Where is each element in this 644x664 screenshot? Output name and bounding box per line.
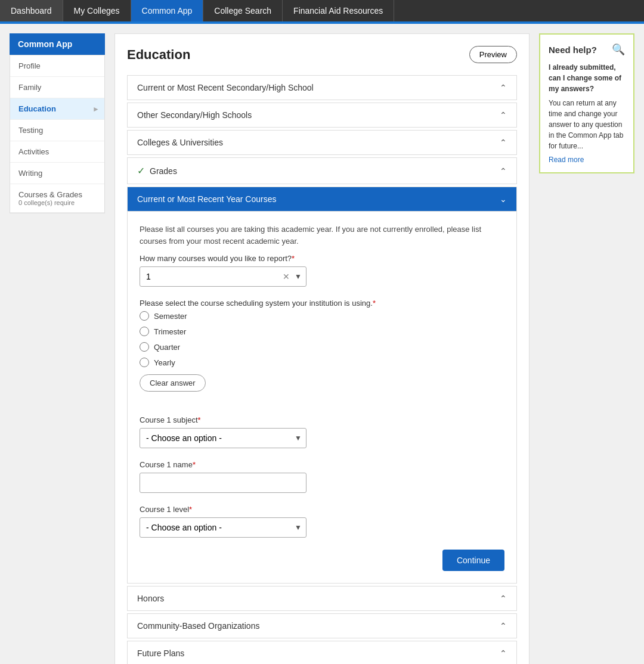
section-cbo-header[interactable]: Community-Based Organizations ⌃ [128, 614, 516, 638]
nav-financial-aid[interactable]: Financial Aid Resources [283, 0, 394, 21]
section-cbo-title: Community-Based Organizations [137, 621, 259, 631]
course1-name-label: Course 1 name* [140, 460, 504, 469]
sidebar-label-activities: Activities [18, 147, 49, 156]
chevron-up-icon-2: ⌃ [500, 110, 507, 120]
preview-button[interactable]: Preview [469, 46, 517, 63]
courses-description: Please list all courses you are taking t… [140, 224, 504, 247]
sidebar-item-activities[interactable]: Activities [10, 141, 104, 163]
course1-level-label: Course 1 level* [140, 505, 504, 514]
radio-quarter-label: Quarter [154, 343, 180, 352]
main-container: Common App Profile Family Education ► Te… [0, 24, 644, 664]
course1-subject-select[interactable]: - Choose an option - [140, 428, 306, 448]
sidebar-label-profile: Profile [18, 61, 41, 70]
help-question: I already submitted, can I change some o… [549, 63, 621, 93]
section-current-secondary: Current or Most Recent Secondary/High Sc… [127, 75, 517, 100]
chevron-up-icon-3: ⌃ [500, 138, 507, 147]
radio-quarter-input[interactable] [140, 342, 149, 352]
main-content: Education Preview Current or Most Recent… [114, 33, 530, 664]
sidebar-label-courses: Courses & Grades [18, 190, 82, 199]
sidebar-item-writing[interactable]: Writing [10, 163, 104, 184]
section-current-secondary-title: Current or Most Recent Secondary/High Sc… [137, 83, 314, 92]
chevron-up-icon-7: ⌃ [500, 649, 507, 658]
section-honors-title: Honors [137, 594, 164, 603]
section-other-secondary-header[interactable]: Other Secondary/High Schools ⌃ [128, 103, 516, 127]
section-honors: Honors ⌃ [127, 586, 517, 611]
section-colleges-title: Colleges & Universities [137, 138, 223, 147]
course1-subject-select-wrap: - Choose an option - ▼ [140, 428, 306, 448]
help-title: Need help? [549, 45, 597, 55]
nav-dashboard[interactable]: Dashboard [0, 0, 63, 21]
chevron-right-icon: ► [92, 105, 100, 113]
section-current-year-courses: Current or Most Recent Year Courses ⌄ Pl… [127, 187, 517, 584]
section-colleges-header[interactable]: Colleges & Universities ⌃ [128, 131, 516, 154]
section-future-plans: Future Plans ⌃ [127, 641, 517, 664]
chevron-up-icon-6: ⌃ [500, 621, 507, 631]
help-box: Need help? 🔍 I already submitted, can I … [539, 33, 634, 173]
section-honors-header[interactable]: Honors ⌃ [128, 587, 516, 610]
chevron-down-icon: ⌄ [500, 194, 507, 204]
course1-level-select[interactable]: - Choose an option - [140, 517, 306, 538]
section-current-secondary-header[interactable]: Current or Most Recent Secondary/High Sc… [128, 76, 516, 100]
section-current-year-courses-title: Current or Most Recent Year Courses [137, 194, 276, 204]
course1-subject-label: Course 1 subject* [140, 415, 504, 424]
section-future-plans-header[interactable]: Future Plans ⌃ [128, 641, 516, 664]
radio-trimester-label: Trimester [154, 327, 186, 336]
radio-yearly-input[interactable] [140, 358, 149, 367]
course1-name-input[interactable] [140, 473, 306, 493]
sidebar-label-education: Education [18, 104, 56, 113]
top-nav: Dashboard My Colleges Common App College… [0, 0, 644, 21]
nav-college-search[interactable]: College Search [203, 0, 283, 21]
nav-common-app[interactable]: Common App [131, 0, 204, 21]
section-future-plans-title: Future Plans [137, 649, 184, 658]
course1-name-group: Course 1 name* [140, 460, 504, 493]
section-grades-title: ✓ Grades [137, 165, 177, 176]
sidebar-item-family[interactable]: Family [10, 77, 104, 98]
continue-row: Continue [140, 550, 504, 571]
grades-label: Grades [150, 166, 177, 176]
continue-button[interactable]: Continue [442, 550, 504, 571]
sidebar-item-education[interactable]: Education ► [10, 98, 104, 120]
scheduling-label: Please select the course scheduling syst… [140, 299, 504, 308]
sidebar-item-testing[interactable]: Testing [10, 120, 104, 141]
sidebar-item-courses[interactable]: Courses & Grades 0 college(s) require [10, 184, 104, 213]
sidebar-label-writing: Writing [18, 169, 42, 178]
courses-count-select-wrap: 1 2 3 4 5 6 7 8 ✕ ▼ [140, 266, 306, 287]
search-icon[interactable]: 🔍 [612, 43, 625, 56]
read-more-link[interactable]: Read more [549, 156, 584, 164]
radio-trimester[interactable]: Trimester [140, 327, 504, 336]
chevron-up-icon-5: ⌃ [500, 594, 507, 603]
sidebar-item-profile[interactable]: Profile [10, 55, 104, 77]
section-other-secondary: Other Secondary/High Schools ⌃ [127, 103, 517, 128]
sidebar-header: Common App [10, 33, 105, 55]
chevron-up-icon-4: ⌃ [500, 166, 507, 176]
help-panel: Need help? 🔍 I already submitted, can I … [539, 33, 634, 664]
sidebar-label-testing: Testing [18, 126, 43, 135]
sidebar-label-family: Family [18, 83, 41, 92]
radio-semester-label: Semester [154, 312, 187, 321]
radio-semester[interactable]: Semester [140, 311, 504, 321]
course1-level-group: Course 1 level* - Choose an option - ▼ [140, 505, 504, 538]
section-other-secondary-title: Other Secondary/High Schools [137, 110, 252, 120]
radio-yearly-label: Yearly [154, 358, 175, 367]
nav-my-colleges[interactable]: My Colleges [63, 0, 131, 21]
section-grades: ✓ Grades ⌃ [127, 157, 517, 184]
sidebar-sub-courses: 0 college(s) require [18, 199, 75, 206]
page-title-row: Education Preview [127, 46, 517, 63]
section-grades-header[interactable]: ✓ Grades ⌃ [128, 158, 516, 184]
section-colleges: Colleges & Universities ⌃ [127, 130, 517, 155]
section-current-year-courses-header[interactable]: Current or Most Recent Year Courses ⌄ [128, 187, 516, 211]
chevron-up-icon: ⌃ [500, 83, 507, 92]
radio-yearly[interactable]: Yearly [140, 358, 504, 367]
help-answer: You can return at any time and change yo… [549, 98, 625, 151]
courses-count-label: How many courses would you like to repor… [140, 254, 504, 263]
courses-count-select[interactable]: 1 2 3 4 5 6 7 8 [140, 266, 306, 287]
radio-quarter[interactable]: Quarter [140, 342, 504, 352]
scheduling-radio-group: Semester Trimester Quarter Yearly [140, 311, 504, 367]
clear-select-icon[interactable]: ✕ [283, 272, 290, 281]
radio-semester-input[interactable] [140, 311, 149, 321]
courses-count-group: How many courses would you like to repor… [140, 254, 504, 287]
help-header: Need help? 🔍 [549, 43, 625, 56]
radio-trimester-input[interactable] [140, 327, 149, 336]
clear-answer-button[interactable]: Clear answer [140, 374, 206, 392]
sidebar: Common App Profile Family Education ► Te… [10, 33, 105, 664]
